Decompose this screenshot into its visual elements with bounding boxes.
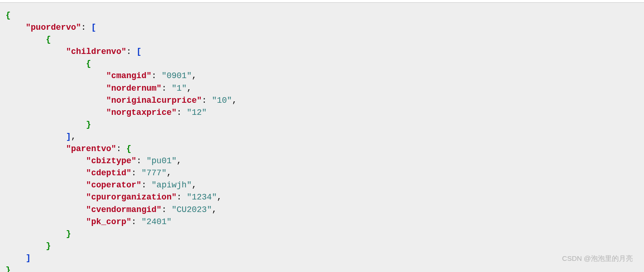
- json-value: "2401": [142, 217, 172, 226]
- json-key: "childrenvo": [66, 47, 127, 56]
- json-key: "cmangid": [106, 71, 151, 80]
- brace-open: {: [86, 59, 91, 68]
- json-value: "10": [212, 96, 232, 105]
- json-key: "norgtaxprice": [106, 108, 176, 117]
- brace-close: }: [66, 229, 71, 239]
- brace-open: {: [46, 35, 51, 44]
- json-value: "1": [172, 84, 187, 93]
- json-value: "pu01": [146, 156, 176, 166]
- bracket-close: ]: [26, 253, 31, 263]
- json-key: "puordervo": [26, 23, 81, 32]
- json-value: "apiwjh": [151, 180, 191, 190]
- watermark: CSDN @泡泡里的月亮: [562, 253, 633, 264]
- json-key: "nordernum": [106, 84, 162, 93]
- json-key: "noriginalcurprice": [106, 96, 202, 105]
- json-value: "0901": [162, 71, 192, 80]
- json-key: "cpurorganization": [86, 192, 176, 202]
- json-value: "777": [142, 168, 167, 178]
- brace-close: }: [46, 241, 51, 251]
- json-value: "1234": [187, 192, 217, 202]
- brace-open: {: [126, 144, 131, 153]
- json-key: "parentvo": [66, 144, 116, 153]
- bracket-open: [: [136, 47, 142, 56]
- json-key: "pk_corp": [86, 217, 131, 226]
- json-value: "CU2023": [172, 205, 212, 214]
- brace-open: {: [6, 11, 11, 20]
- json-value: "12": [187, 108, 207, 117]
- json-key: "cdeptid": [86, 168, 131, 178]
- json-key: "cvendormangid": [86, 205, 162, 214]
- bracket-open: [: [91, 23, 96, 32]
- json-key: "cbiztype": [86, 156, 136, 166]
- json-key: "coperator": [86, 180, 142, 190]
- json-code-block: { "puordervo": [ { "childrenvo": [ { "cm…: [4, 4, 640, 272]
- brace-close: }: [6, 265, 11, 272]
- top-border: [0, 0, 644, 3]
- bracket-close: ]: [66, 132, 71, 141]
- brace-close: }: [86, 120, 91, 129]
